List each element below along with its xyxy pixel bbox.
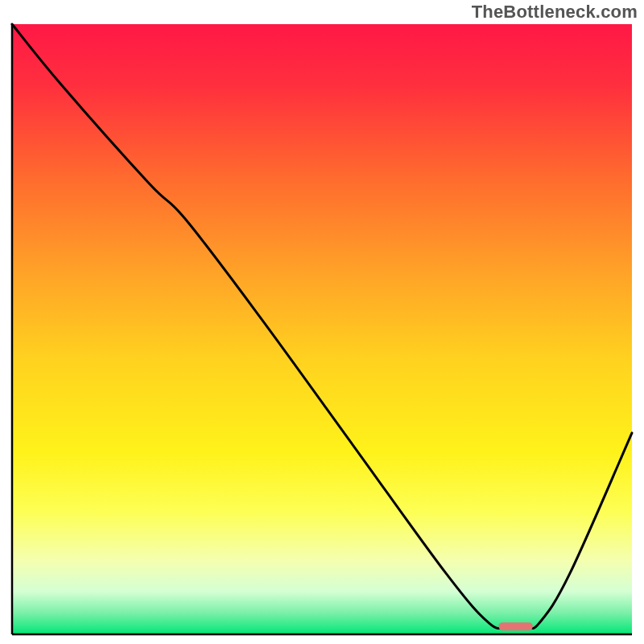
optimum-marker — [498, 622, 532, 630]
plot-background — [12, 24, 632, 634]
chart-container: TheBottleneck.com — [0, 0, 644, 644]
bottleneck-chart — [0, 0, 644, 644]
watermark-text: TheBottleneck.com — [472, 2, 638, 23]
